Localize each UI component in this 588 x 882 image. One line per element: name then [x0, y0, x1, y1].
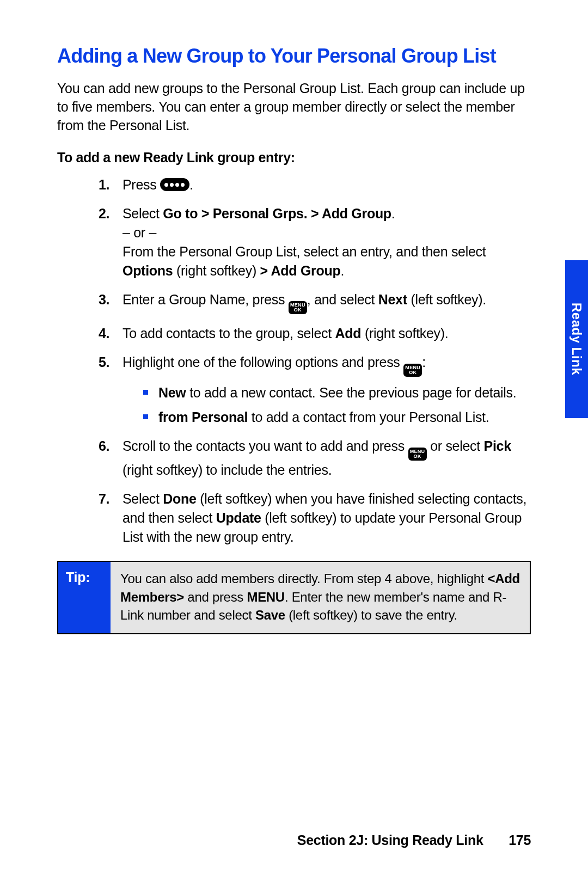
- four-dot-key-icon: [160, 178, 189, 191]
- step-text: , and select: [307, 292, 378, 307]
- tip-text: (left softkey) to save the entry.: [285, 608, 457, 622]
- step-text: (right softkey).: [361, 326, 448, 341]
- step-text: Scroll to the contacts you want to add a…: [122, 438, 408, 454]
- step-5: Highlight one of the following options a…: [99, 353, 531, 427]
- step-text: (right softkey): [173, 263, 260, 278]
- step-4: To add contacts to the group, select Add…: [99, 324, 531, 343]
- step-text: To add contacts to the group, select: [122, 326, 335, 341]
- option-desc: to add a new contact. See the previous p…: [186, 385, 517, 400]
- step-list: Press . Select Go to > Personal Grps. > …: [57, 175, 531, 547]
- section-tab: Ready Link: [565, 260, 588, 418]
- step-text: .: [391, 206, 395, 221]
- softkey-label: Pick: [484, 438, 511, 454]
- step-text: Highlight one of the following options a…: [122, 354, 403, 370]
- option-name: New: [158, 385, 186, 400]
- menu-ok-key-icon: MENUOK: [289, 301, 307, 314]
- menu-ok-key-icon: MENUOK: [408, 448, 427, 461]
- tip-text: and press: [184, 590, 247, 604]
- step-text: Select: [122, 206, 163, 221]
- menu-path: > Add Group: [260, 263, 341, 278]
- step-6: Scroll to the contacts you want to add a…: [99, 437, 531, 480]
- step-7: Select Done (left softkey) when you have…: [99, 489, 531, 547]
- step-text: or select: [427, 438, 484, 454]
- step-text: (right softkey) to include the entries.: [122, 462, 332, 477]
- softkey-label: Add: [335, 326, 362, 341]
- page-content: Adding a New Group to Your Personal Grou…: [57, 45, 531, 634]
- option-desc: to add a contact from your Personal List…: [248, 409, 489, 425]
- tip-emphasis: Save: [255, 608, 285, 622]
- step-3: Enter a Group Name, press MENUOK, and se…: [99, 290, 531, 314]
- tip-text: You can also add members directly. From …: [120, 571, 488, 586]
- section-label: Section 2J: Using Ready Link: [297, 832, 483, 848]
- step-2: Select Go to > Personal Grps. > Add Grou…: [99, 204, 531, 280]
- softkey-label: Next: [378, 292, 407, 307]
- tip-box: Tip: You can also add members directly. …: [57, 561, 531, 634]
- step-text: (left softkey).: [407, 292, 486, 307]
- step-text: :: [422, 354, 426, 370]
- page-number: 175: [509, 832, 531, 848]
- options-label: Options: [122, 263, 173, 278]
- page-footer: Section 2J: Using Ready Link 175: [0, 832, 588, 848]
- intro-paragraph: You can add new groups to the Personal G…: [57, 79, 531, 134]
- step-text: Select: [122, 491, 163, 506]
- menu-ok-key-icon: MENUOK: [403, 364, 422, 377]
- step-text: Enter a Group Name, press: [122, 292, 289, 307]
- procedure-heading: To add a new Ready Link group entry:: [57, 150, 531, 166]
- option-name: from Personal: [158, 409, 248, 425]
- or-separator: – or –: [122, 225, 156, 240]
- list-item: from Personal to add a contact from your…: [143, 408, 531, 427]
- softkey-label: Update: [216, 510, 261, 525]
- step-text: From the Personal Group List, select an …: [122, 244, 486, 259]
- page-title: Adding a New Group to Your Personal Grou…: [57, 45, 531, 68]
- tip-body: You can also add members directly. From …: [111, 562, 530, 633]
- tip-label: Tip:: [58, 562, 111, 633]
- softkey-label: Done: [163, 491, 196, 506]
- menu-path: Go to > Personal Grps. > Add Group: [163, 206, 391, 221]
- tip-emphasis: MENU: [247, 590, 284, 604]
- step-text: .: [340, 263, 344, 278]
- option-list: New to add a new contact. See the previo…: [143, 383, 531, 427]
- list-item: New to add a new contact. See the previo…: [143, 383, 531, 402]
- step-text: .: [189, 177, 193, 192]
- step-text: Press: [122, 177, 160, 192]
- step-1: Press .: [99, 175, 531, 194]
